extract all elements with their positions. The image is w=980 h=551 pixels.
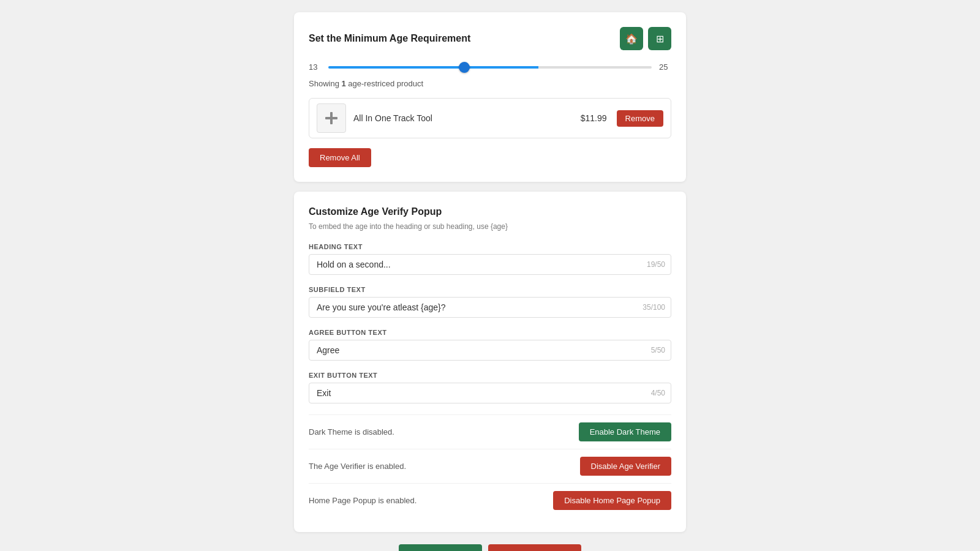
grid-icon: ⊞ [656, 33, 664, 45]
agree-button-text-group: AGREE BUTTON TEXT 5/50 [309, 329, 671, 361]
customize-popup-card: Customize Age Verify Popup To embed the … [294, 192, 686, 532]
heading-text-label: HEADING TEXT [309, 243, 671, 250]
remove-product-button[interactable]: Remove [617, 110, 663, 127]
age-requirement-card: Set the Minimum Age Requirement 🏠 ⊞ 13 2… [294, 12, 686, 182]
subfield-text-wrapper: 35/100 [309, 297, 671, 318]
showing-text: Showing 1 age-restriced product [309, 79, 671, 88]
dark-theme-row: Dark Theme is disabled. Enable Dark Them… [309, 414, 671, 449]
card2-hint: To embed the age into the heading or sub… [309, 222, 671, 231]
discard-changes-button[interactable]: Discard Changes [488, 544, 581, 551]
heading-text-wrapper: 19/50 [309, 254, 671, 275]
heading-text-counter: 19/50 [647, 260, 665, 269]
save-changes-button[interactable]: Save Changes [399, 544, 482, 551]
dark-theme-status: Dark Theme is disabled. [309, 427, 394, 437]
subfield-text-input[interactable] [309, 297, 671, 318]
header-icon-group: 🏠 ⊞ [620, 27, 671, 50]
card1-header: Set the Minimum Age Requirement 🏠 ⊞ [309, 27, 671, 50]
heading-text-group: HEADING TEXT 19/50 [309, 243, 671, 275]
showing-count: 1 [341, 79, 345, 88]
home-page-popup-status: Home Page Popup is enabled. [309, 496, 417, 505]
card2-title: Customize Age Verify Popup [309, 206, 671, 217]
exit-button-text-group: EXIT BUTTON TEXT 4/50 [309, 372, 671, 403]
exit-button-input[interactable] [309, 383, 671, 403]
product-price: $11.99 [581, 113, 607, 123]
showing-suffix: age-restriced product [346, 79, 423, 88]
home-icon: 🏠 [625, 33, 638, 45]
showing-prefix: Showing [309, 79, 341, 88]
subfield-text-group: SUBFIELD TEXT 35/100 [309, 286, 671, 318]
exit-button-counter: 4/50 [651, 389, 665, 397]
agree-button-input[interactable] [309, 340, 671, 361]
footer-actions: Save Changes Discard Changes [399, 544, 581, 551]
subfield-text-label: SUBFIELD TEXT [309, 286, 671, 293]
exit-button-label: EXIT BUTTON TEXT [309, 372, 671, 379]
agree-button-wrapper: 5/50 [309, 340, 671, 361]
tool-icon [323, 110, 340, 127]
enable-dark-theme-button[interactable]: Enable Dark Theme [579, 422, 671, 441]
subfield-text-counter: 35/100 [643, 303, 665, 312]
product-thumbnail [317, 103, 346, 133]
age-verifier-status: The Age Verifier is enabled. [309, 462, 406, 471]
heading-text-input[interactable] [309, 254, 671, 275]
age-verifier-row: The Age Verifier is enabled. Disable Age… [309, 449, 671, 483]
slider-max-label: 25 [659, 62, 671, 72]
svg-rect-1 [330, 112, 333, 124]
disable-age-verifier-button[interactable]: Disable Age Verifier [580, 457, 671, 476]
home-page-popup-row: Home Page Popup is enabled. Disable Home… [309, 483, 671, 517]
home-icon-button[interactable]: 🏠 [620, 27, 643, 50]
age-slider[interactable] [328, 66, 652, 69]
product-row: All In One Track Tool $11.99 Remove [309, 98, 671, 138]
slider-min-label: 13 [309, 62, 321, 72]
agree-button-label: AGREE BUTTON TEXT [309, 329, 671, 336]
agree-button-counter: 5/50 [651, 346, 665, 354]
grid-icon-button[interactable]: ⊞ [648, 27, 671, 50]
slider-row: 13 25 [309, 62, 671, 72]
card1-title: Set the Minimum Age Requirement [309, 33, 470, 44]
disable-home-page-popup-button[interactable]: Disable Home Page Popup [553, 491, 671, 510]
exit-button-wrapper: 4/50 [309, 383, 671, 403]
product-name: All In One Track Tool [353, 113, 581, 123]
remove-all-button[interactable]: Remove All [309, 148, 371, 167]
